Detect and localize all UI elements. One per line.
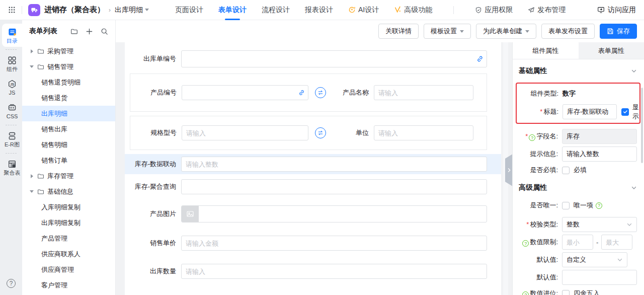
tab-component-properties[interactable]: 组件属性 — [513, 42, 579, 59]
required-checkbox[interactable] — [562, 167, 570, 174]
validate-type-select[interactable]: 整数 — [562, 217, 637, 232]
tree-item[interactable]: 产品管理 — [22, 231, 115, 246]
tree-item-selected[interactable]: 出库明细 — [22, 106, 115, 121]
tab-flow-design[interactable]: 流程设计 — [262, 0, 290, 20]
rail-divider — [6, 49, 17, 50]
min-input[interactable] — [562, 235, 593, 250]
swap-link-icon[interactable] — [315, 87, 326, 98]
app-title: 进销存（聚合表） — [44, 5, 105, 15]
stock-aggregate-input[interactable] — [181, 179, 487, 194]
field-outbound-qty[interactable]: 出库数量 — [130, 264, 487, 279]
tree-folder-inventory[interactable]: 库存管理 — [22, 168, 115, 184]
search-icon[interactable] — [101, 28, 108, 35]
question-circle-icon[interactable]: ? — [596, 202, 602, 209]
template-settings-button[interactable]: 模板设置 — [424, 24, 471, 39]
hint-input[interactable] — [562, 146, 637, 162]
tree-item[interactable]: 销售出库 — [22, 121, 115, 137]
sidebar-title: 表单列表 — [29, 27, 57, 36]
question-circle-icon[interactable]: ? — [529, 134, 535, 141]
product-image-input[interactable] — [181, 205, 487, 223]
basic-properties-header[interactable]: 基础属性 — [519, 66, 637, 76]
related-details-button[interactable]: 关联详情 — [378, 24, 419, 39]
required-checkbox-label: 必填 — [574, 166, 587, 175]
tree-item[interactable]: 销售退货 — [22, 90, 115, 106]
advanced-properties-header[interactable]: 高级属性 — [519, 183, 637, 192]
tab-publish-management[interactable]: 发布管理 — [528, 0, 566, 20]
default-mode-select[interactable]: 自定义 — [562, 252, 627, 267]
field-stock-aggregate[interactable]: 库存-聚合查询 — [130, 179, 487, 194]
rail-divider — [6, 153, 17, 154]
access-app-button[interactable]: 访问应用 — [597, 6, 636, 15]
unique-checkbox[interactable] — [562, 202, 570, 209]
tree-item[interactable]: 销售明细 — [22, 137, 115, 153]
tree-folder-sales[interactable]: 销售管理 — [22, 59, 115, 75]
rounding-checkbox[interactable] — [562, 290, 570, 295]
rail-item-js[interactable]: JS JS — [2, 76, 22, 99]
image-placeholder-icon — [182, 206, 199, 222]
title-input[interactable] — [562, 104, 617, 119]
field-outbound-no[interactable]: 出库单编号 — [130, 50, 487, 67]
range-dash: - — [596, 239, 598, 246]
required-asterisk: * — [540, 108, 542, 115]
tree-folder-purchase[interactable]: 采购管理 — [22, 43, 115, 59]
tab-ai-design[interactable]: AI设计 — [348, 0, 379, 20]
tree-item[interactable]: 客户管理 — [22, 277, 115, 293]
field-group-product[interactable]: 产品编号 产品名称 — [130, 73, 487, 112]
panel-collapse-handle[interactable] — [505, 154, 512, 186]
default-mode-row: 默认值: 自定义 — [519, 252, 637, 267]
rail-item-er-diagram[interactable]: E-R图 — [2, 128, 22, 151]
field-group-spec[interactable]: 规格型号 单位 — [130, 116, 487, 150]
show-checkbox[interactable] — [621, 108, 629, 116]
spec-model-input[interactable] — [182, 125, 308, 140]
tree-item[interactable]: 销售退货明细 — [22, 75, 115, 90]
chevron-down-icon — [617, 257, 623, 263]
outbound-qty-input[interactable] — [181, 264, 487, 279]
product-name-input[interactable] — [374, 85, 473, 100]
field-name-input — [562, 129, 637, 144]
tab-form-design[interactable]: 表单设计 — [218, 0, 247, 20]
tree-folder-basic-info[interactable]: 基础信息 — [22, 184, 115, 199]
tab-app-permissions[interactable]: 应用权限 — [475, 0, 513, 20]
tab-advanced-features[interactable]: 高级功能 — [394, 0, 432, 20]
swap-link-icon[interactable] — [315, 127, 326, 138]
topbar: 进销存（聚合表） › 出库明细 页面设计 表单设计 流程设计 报表设计 AI设计… — [0, 0, 644, 20]
help-icon[interactable]: ? — [7, 279, 16, 288]
divider — [453, 6, 454, 14]
tree-item[interactable]: 出库明细复制 — [22, 215, 115, 231]
tree-item[interactable]: 入库明细复制 — [22, 199, 115, 215]
rail-item-directory[interactable]: 目录 — [2, 24, 22, 47]
breadcrumb-current-form[interactable]: 出库明细 — [115, 6, 149, 15]
er-diagram-icon — [8, 131, 17, 140]
add-form-icon[interactable] — [86, 28, 93, 35]
create-from-form-button[interactable]: 为此表单创建 — [476, 24, 536, 39]
tab-page-design[interactable]: 页面设计 — [175, 0, 203, 20]
tree-item[interactable]: 供应商管理 — [22, 262, 115, 277]
default-value-input[interactable] — [562, 270, 637, 285]
tab-form-properties[interactable]: 表单属性 — [579, 42, 644, 59]
tab-report-design[interactable]: 报表设计 — [305, 0, 333, 20]
tree-item[interactable]: 供应商联系人 — [22, 246, 115, 262]
rail-item-aggregate-table[interactable]: 聚合表 — [2, 156, 22, 179]
field-stock-linkage-selected[interactable]: 库存-数据联动 — [125, 154, 501, 174]
question-circle-icon[interactable]: ? — [522, 291, 529, 295]
panel-scrollbar[interactable] — [641, 88, 643, 163]
outbound-no-input[interactable] — [181, 50, 487, 67]
stock-linkage-input[interactable] — [181, 157, 487, 172]
directory-icon — [8, 27, 17, 37]
apps-grid-icon[interactable] — [8, 6, 16, 14]
field-product-image[interactable]: 产品图片 — [130, 205, 487, 223]
save-button[interactable]: 保存 — [600, 24, 637, 39]
rail-item-css[interactable]: CSS — [2, 100, 22, 122]
link-icon — [298, 90, 305, 96]
new-folder-icon[interactable] — [70, 28, 78, 35]
tree-item[interactable]: 销售订单 — [22, 153, 115, 168]
field-sale-price[interactable]: 销售单价 — [130, 236, 487, 251]
max-input[interactable] — [601, 235, 632, 250]
component-type-value: 数字 — [562, 89, 576, 98]
sale-price-input[interactable] — [181, 236, 487, 251]
rail-item-components[interactable]: 组件 — [2, 52, 22, 75]
product-no-input[interactable] — [182, 85, 308, 100]
unit-input[interactable] — [374, 125, 473, 140]
question-circle-icon[interactable]: ? — [522, 240, 529, 247]
form-publish-settings-button[interactable]: 表单发布设置 — [541, 24, 595, 39]
